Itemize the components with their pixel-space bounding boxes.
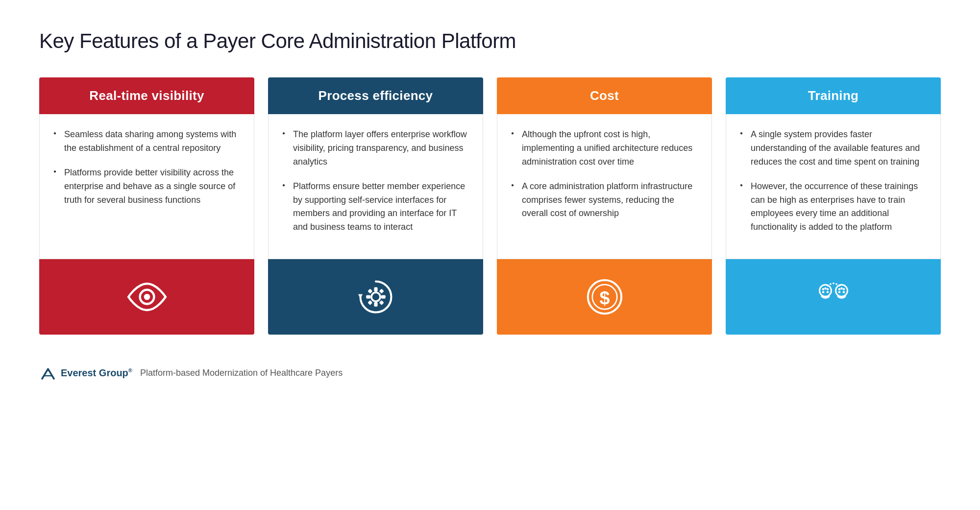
svg-point-29 bbox=[827, 285, 829, 287]
footer: Everest Group® Platform-based Modernizat… bbox=[39, 364, 941, 382]
svg-point-18 bbox=[826, 288, 829, 291]
card-cost: Cost Although the upfront cost is high, … bbox=[497, 77, 712, 335]
gear-icon bbox=[354, 275, 398, 319]
svg-point-17 bbox=[824, 288, 827, 290]
svg-point-30 bbox=[835, 283, 837, 285]
svg-text:$: $ bbox=[599, 288, 610, 309]
svg-point-20 bbox=[822, 291, 824, 293]
svg-point-21 bbox=[835, 285, 847, 296]
svg-point-25 bbox=[842, 291, 845, 293]
svg-rect-6 bbox=[366, 295, 370, 299]
bullet-item: Platforms ensure better member experienc… bbox=[282, 180, 469, 235]
svg-point-15 bbox=[819, 285, 831, 296]
dollar-icon: $ bbox=[583, 275, 627, 319]
card-body-training: A single system provides faster understa… bbox=[726, 114, 941, 259]
card-header-training: Training bbox=[726, 77, 941, 114]
eye-icon bbox=[125, 275, 169, 319]
card-header-process-efficiency: Process efficiency bbox=[268, 77, 483, 114]
training-icon bbox=[811, 275, 856, 319]
svg-point-31 bbox=[838, 285, 840, 287]
svg-rect-9 bbox=[379, 289, 384, 293]
bullet-item: The platform layer offers enterprise wor… bbox=[282, 128, 469, 169]
svg-rect-5 bbox=[374, 302, 377, 307]
card-title-cost: Cost bbox=[509, 88, 700, 103]
svg-rect-8 bbox=[368, 289, 372, 293]
card-footer-cost: $ bbox=[497, 259, 712, 335]
bullet-list-real-time-visibility: Seamless data sharing among systems with… bbox=[53, 128, 240, 207]
card-body-process-efficiency: The platform layer offers enterprise wor… bbox=[268, 114, 483, 259]
svg-rect-4 bbox=[374, 287, 377, 291]
footer-brand-name: Everest Group® bbox=[61, 367, 132, 379]
svg-point-3 bbox=[371, 292, 380, 301]
bullet-item: Although the upfront cost is high, imple… bbox=[511, 128, 698, 169]
bullet-item: A core administration platform infrastru… bbox=[511, 180, 698, 221]
page-title: Key Features of a Payer Core Administrat… bbox=[39, 29, 941, 53]
svg-point-1 bbox=[144, 294, 150, 300]
card-footer-training bbox=[726, 259, 941, 335]
card-footer-real-time-visibility bbox=[39, 259, 254, 335]
svg-rect-7 bbox=[381, 295, 385, 299]
svg-rect-11 bbox=[379, 300, 384, 305]
svg-point-24 bbox=[842, 288, 845, 291]
card-footer-process-efficiency bbox=[268, 259, 483, 335]
card-header-cost: Cost bbox=[497, 77, 712, 114]
svg-point-23 bbox=[840, 288, 843, 290]
svg-point-28 bbox=[830, 283, 832, 285]
card-title-real-time-visibility: Real-time visibility bbox=[51, 88, 243, 103]
registered-mark: ® bbox=[128, 367, 132, 373]
bullet-item: However, the occurrence of these trainin… bbox=[740, 180, 927, 235]
card-body-real-time-visibility: Seamless data sharing among systems with… bbox=[39, 114, 254, 259]
bullet-list-cost: Although the upfront cost is high, imple… bbox=[511, 128, 698, 220]
svg-point-26 bbox=[838, 291, 840, 293]
footer-logo: Everest Group® bbox=[39, 364, 132, 382]
svg-point-16 bbox=[822, 288, 824, 291]
cards-container: Real-time visibility Seamless data shari… bbox=[39, 77, 941, 335]
svg-rect-10 bbox=[368, 300, 372, 305]
bullet-list-training: A single system provides faster understa… bbox=[740, 128, 927, 234]
svg-point-19 bbox=[826, 291, 829, 293]
card-body-cost: Although the upfront cost is high, imple… bbox=[497, 114, 712, 259]
bullet-item: Platforms provide better visibility acro… bbox=[53, 166, 240, 207]
svg-point-27 bbox=[833, 283, 834, 285]
svg-marker-2 bbox=[358, 294, 363, 299]
card-header-real-time-visibility: Real-time visibility bbox=[39, 77, 254, 114]
card-title-process-efficiency: Process efficiency bbox=[280, 88, 471, 103]
bullet-item: A single system provides faster understa… bbox=[740, 128, 927, 169]
everest-group-logo-icon bbox=[39, 364, 57, 382]
card-process-efficiency: Process efficiency The platform layer of… bbox=[268, 77, 483, 335]
footer-subtitle: Platform-based Modernization of Healthca… bbox=[140, 368, 343, 378]
brand-text: Everest Group bbox=[61, 367, 128, 378]
svg-point-22 bbox=[838, 288, 840, 291]
card-training: Training A single system provides faster… bbox=[726, 77, 941, 335]
card-real-time-visibility: Real-time visibility Seamless data shari… bbox=[39, 77, 254, 335]
bullet-list-process-efficiency: The platform layer offers enterprise wor… bbox=[282, 128, 469, 234]
card-title-training: Training bbox=[737, 88, 929, 103]
bullet-item: Seamless data sharing among systems with… bbox=[53, 128, 240, 155]
